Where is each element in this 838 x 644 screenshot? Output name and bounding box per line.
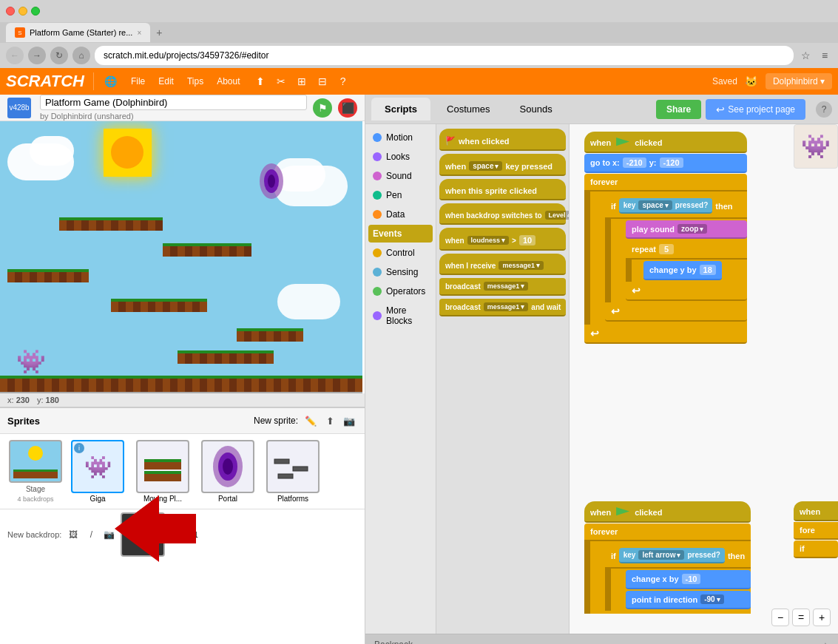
play-sound-block[interactable]: play sound zoop (626, 220, 747, 239)
forward-button[interactable]: → (28, 47, 46, 64)
if-top-2[interactable]: if key left arrow pressed? then (605, 544, 751, 569)
scissors-icon[interactable]: ✂ (273, 73, 289, 89)
key-pressed-block-2[interactable]: key left arrow pressed? (619, 548, 725, 563)
shrink-icon[interactable]: ⊟ (314, 73, 331, 89)
sprite-info-icon[interactable]: i (74, 443, 84, 453)
sprite-item-moving-pl[interactable]: Moving Pl... (130, 440, 195, 503)
url-bar[interactable]: scratch.mit.edu/projects/34597326/#edito… (95, 46, 794, 65)
paint-sprite-button[interactable]: ✏️ (303, 413, 319, 429)
category-looks[interactable]: Looks (368, 148, 433, 166)
palette-block-broadcast-wait[interactable]: broadcast message1 and wait (439, 299, 566, 316)
x-input[interactable]: -210 (623, 157, 646, 168)
if-top[interactable]: if key space pressed? then (605, 194, 747, 219)
palette-block-broadcast[interactable]: broadcast message1 (439, 278, 566, 296)
when-flag-clicked-hat-2[interactable]: when clicked (584, 501, 751, 523)
help-button[interactable]: ? (816, 101, 832, 118)
palette-block-loudness[interactable]: when loudness > 10 (439, 228, 566, 251)
palette-broadcast-wait-dropdown[interactable]: message1 (484, 302, 529, 311)
go-to-xy-block[interactable]: go to x: -210 y: -120 (584, 154, 747, 173)
key-pressed-block[interactable]: key space pressed? (619, 198, 713, 214)
upload-backdrop-button[interactable]: / (84, 527, 98, 542)
change-y-value[interactable]: 18 (700, 265, 716, 275)
forever-top-2[interactable]: forever (584, 523, 751, 541)
palette-block-receive[interactable]: when I receive message1 (439, 254, 566, 275)
stop-button[interactable]: ⬛ (338, 98, 357, 118)
maximize-button[interactable] (31, 7, 40, 16)
when-flag-clicked-hat[interactable]: when clicked (584, 132, 747, 153)
key-dropdown-2[interactable]: left arrow (638, 550, 684, 560)
sprite-item-platforms[interactable]: Platforms (260, 440, 325, 503)
category-control[interactable]: Control (368, 244, 433, 262)
repeat-value[interactable]: 5 (659, 244, 674, 254)
forever-partial[interactable]: fore (794, 522, 838, 540)
copy-icon[interactable]: ⬆ (252, 73, 268, 89)
close-button[interactable] (6, 7, 15, 16)
platforms-thumb[interactable] (266, 440, 320, 493)
about-menu[interactable]: About (211, 73, 246, 89)
see-project-button[interactable]: ↩ See project page (706, 99, 805, 120)
category-events[interactable]: Events (368, 225, 433, 243)
change-y-block[interactable]: change y by 18 (643, 261, 722, 280)
key-dropdown[interactable]: space (638, 200, 672, 210)
palette-backdrop-dropdown[interactable]: Level 4 (545, 211, 570, 220)
palette-receive-dropdown[interactable]: message1 (499, 261, 544, 270)
tips-menu[interactable]: Tips (181, 73, 209, 89)
refresh-button[interactable]: ↻ (50, 47, 68, 64)
tab-close-icon[interactable]: × (137, 29, 141, 37)
if-partial[interactable]: if (794, 540, 838, 558)
file-menu[interactable]: File (125, 73, 151, 89)
sounds-tab[interactable]: Sounds (507, 98, 566, 121)
green-flag-button[interactable]: ⚑ (313, 98, 332, 118)
change-x-block[interactable]: change x by -10 (626, 570, 751, 589)
moving-pl-thumb[interactable] (136, 440, 189, 493)
menu-icon[interactable]: ≡ (817, 48, 832, 63)
category-sound[interactable]: Sound (368, 167, 433, 185)
palette-broadcast-dropdown[interactable]: message1 (484, 282, 529, 291)
costumes-tab[interactable]: Costumes (433, 98, 504, 121)
forever-top[interactable]: forever (584, 174, 747, 191)
active-tab[interactable]: S Platform Game (Starter) re... × (6, 23, 150, 42)
palette-space-dropdown[interactable]: space (469, 161, 502, 171)
sound-dropdown[interactable]: zoop (678, 224, 707, 234)
home-button[interactable]: ⌂ (72, 47, 90, 64)
when-flag-partial[interactable]: when (794, 501, 838, 521)
sprite-item-giga[interactable]: i 👾 Giga (65, 440, 130, 503)
category-motion[interactable]: Motion (368, 129, 433, 146)
upload-sprite-button[interactable]: ⬆ (322, 413, 338, 429)
giga-thumb[interactable]: i 👾 (71, 440, 124, 493)
stage-sprite-item[interactable]: Stage 4 backdrops (6, 440, 65, 503)
zoom-in-button[interactable]: + (813, 609, 831, 626)
camera-backdrop-button[interactable]: 📷 (101, 527, 116, 542)
minimize-button[interactable] (18, 7, 27, 16)
palette-block-sprite-clicked[interactable]: when this sprite clicked (439, 179, 566, 200)
new-tab-button[interactable]: + (152, 25, 166, 40)
bookmark-icon[interactable]: ☆ (798, 48, 813, 63)
category-operators[interactable]: Operators (368, 282, 433, 300)
category-more-blocks[interactable]: More Blocks (368, 302, 433, 330)
share-button[interactable]: Share (656, 100, 701, 119)
palette-loudness-dropdown[interactable]: loudness (467, 236, 510, 245)
portal-thumb[interactable] (201, 440, 254, 493)
project-name-input[interactable] (40, 95, 307, 110)
category-data[interactable]: Data (368, 206, 433, 223)
user-menu[interactable]: Dolphinbird ▾ (766, 73, 832, 89)
point-direction-block[interactable]: point in direction -90 (626, 591, 751, 609)
direction-dropdown[interactable]: -90 (700, 594, 723, 604)
change-x-value[interactable]: -10 (682, 574, 701, 584)
sprite-item-portal[interactable]: Portal (195, 440, 260, 503)
danger1-thumbnail[interactable]: 🔥 (121, 512, 165, 557)
actual-size-button[interactable]: = (792, 609, 810, 626)
camera-sprite-button[interactable]: 📷 (341, 413, 357, 429)
expand-icon[interactable]: ⊞ (294, 73, 310, 89)
palette-block-flag-clicked[interactable]: 🚩 when clicked (439, 129, 566, 151)
palette-block-space-pressed[interactable]: when space key pressed (439, 154, 566, 176)
palette-block-backdrop-switches[interactable]: when backdrop switches to Level 4 (439, 203, 566, 225)
paint-backdrop-button[interactable]: 🖼 (66, 527, 81, 542)
zoom-out-button[interactable]: − (771, 609, 789, 626)
category-sensing[interactable]: Sensing (368, 263, 433, 281)
category-pen[interactable]: Pen (368, 186, 433, 204)
edit-menu[interactable]: Edit (152, 73, 180, 89)
help-toolbar-icon[interactable]: ? (335, 73, 351, 89)
repeat-top[interactable]: repeat 5 (626, 240, 747, 260)
scripts-tab[interactable]: Scripts (371, 98, 430, 121)
